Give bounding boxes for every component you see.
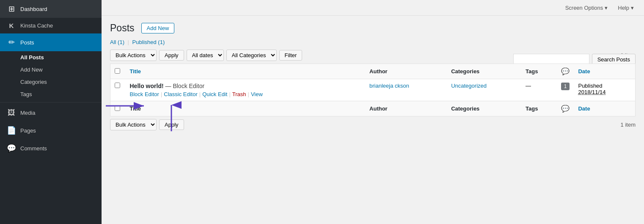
classic-editor-link[interactable]: Classic Editor xyxy=(164,91,197,97)
sidebar-item-posts[interactable]: ✏ Posts xyxy=(0,33,102,51)
dates-filter-select[interactable]: All dates xyxy=(187,50,224,61)
comments-icon: 💬 xyxy=(7,144,16,153)
post-title-suffix: — Block Editor xyxy=(165,83,205,89)
row-comments-cell: 1 xyxy=(557,79,574,101)
row-checkbox-cell xyxy=(110,79,126,101)
trash-link[interactable]: Trash xyxy=(232,91,246,97)
sidebar-item-label: Comments xyxy=(20,145,47,152)
col-checkbox xyxy=(110,64,126,79)
sidebar-sub-item-categories[interactable]: Categories xyxy=(0,76,102,88)
filter-published-link[interactable]: Published (1) xyxy=(132,39,165,45)
view-link[interactable]: View xyxy=(251,91,263,97)
block-editor-link[interactable]: Block Editor xyxy=(130,91,159,97)
filter-sep: | xyxy=(128,39,129,45)
sidebar-sub-item-all-posts[interactable]: All Posts xyxy=(0,51,102,64)
category-link[interactable]: Uncategorized xyxy=(451,83,487,89)
col-date-header[interactable]: Date xyxy=(574,64,635,79)
posts-icon: ✏ xyxy=(7,38,16,47)
post-title-container: Hello world! — Block Editor xyxy=(130,83,361,89)
add-new-button[interactable]: Add New xyxy=(141,23,175,33)
select-all-checkbox-footer[interactable] xyxy=(115,105,120,111)
sidebar-item-pages[interactable]: 📄 Pages xyxy=(0,122,102,139)
action-sep: | xyxy=(229,91,230,97)
select-all-checkbox[interactable] xyxy=(115,68,120,74)
table-row: Hello world! — Block Editor Block Editor… xyxy=(110,79,636,101)
screen-options-button[interactable]: Screen Options ▾ xyxy=(562,3,611,13)
action-sep: | xyxy=(248,91,249,97)
sidebar-item-kinsta-cache[interactable]: K Kinsta Cache xyxy=(0,18,102,33)
row-categories-cell: Uncategorized xyxy=(447,79,521,101)
row-title-cell: Hello world! — Block Editor Block Editor… xyxy=(126,79,366,101)
bottom-actions-row: Bulk Actions Apply 1 item xyxy=(110,119,636,130)
post-title-link[interactable]: Hello world! xyxy=(130,83,165,89)
col-categories-footer: Categories xyxy=(447,101,521,116)
help-button[interactable]: Help ▾ xyxy=(614,3,637,13)
bottom-bulk-actions-select[interactable]: Bulk Actions xyxy=(110,119,157,130)
action-sep: | xyxy=(199,91,201,97)
date-value: 2018/11/14 xyxy=(578,89,631,95)
bottom-apply-button[interactable]: Apply xyxy=(159,119,184,130)
divider xyxy=(0,102,102,102)
col-author-header: Author xyxy=(365,64,447,79)
pages-icon: 📄 xyxy=(7,126,16,135)
kinsta-icon: K xyxy=(7,22,16,29)
sidebar-item-dashboard[interactable]: ⊞ Dashboard xyxy=(0,0,102,18)
posts-table: Title Author Categories Tags 💬 xyxy=(110,64,636,116)
page-header: Posts Add New xyxy=(110,22,636,34)
screen-options-label: Screen Options xyxy=(565,5,603,11)
sidebar-item-label: Pages xyxy=(20,127,36,134)
row-author-cell: brianleeja ckson xyxy=(365,79,447,101)
main-content: Screen Options ▾ Help ▾ Posts Add New Se… xyxy=(102,0,644,224)
sidebar-item-label: Posts xyxy=(20,39,34,46)
sidebar-item-comments[interactable]: 💬 Comments xyxy=(0,139,102,157)
col-tags-header: Tags xyxy=(521,64,557,79)
quick-edit-link[interactable]: Quick Edit xyxy=(202,91,227,97)
categories-filter-select[interactable]: All Categories xyxy=(226,50,277,61)
table-header-row: Title Author Categories Tags 💬 xyxy=(110,64,636,79)
content-area: Posts Add New Search Posts All (1) | Pub… xyxy=(102,16,644,224)
comment-count-badge: 1 xyxy=(561,83,570,90)
col-checkbox-footer xyxy=(110,101,126,116)
sidebar-sub-label: Categories xyxy=(20,79,47,85)
col-comments-header: 💬 xyxy=(557,64,574,79)
screen-options-chevron-icon: ▾ xyxy=(605,5,608,11)
col-tags-footer: Tags xyxy=(521,101,557,116)
sidebar-sub-item-add-new[interactable]: Add New xyxy=(0,64,102,76)
sidebar: ⊞ Dashboard K Kinsta Cache ✏ Posts All P… xyxy=(0,0,102,224)
sidebar-sub-label: Tags xyxy=(20,91,32,97)
filter-links: All (1) | Published (1) xyxy=(110,39,636,45)
col-categories-header: Categories xyxy=(447,64,521,79)
help-label: Help xyxy=(618,5,629,11)
sidebar-sub-label: All Posts xyxy=(20,54,44,61)
bulk-actions-select[interactable]: Bulk Actions xyxy=(110,50,157,61)
topbar: Screen Options ▾ Help ▾ xyxy=(102,0,644,16)
col-author-footer: Author xyxy=(365,101,447,116)
post-actions: Block Editor | Classic Editor | Quick Ed… xyxy=(130,91,361,97)
sidebar-item-label: Media xyxy=(20,110,35,116)
row-date-cell: Published 2018/11/14 xyxy=(574,79,635,101)
col-date-footer[interactable]: Date xyxy=(574,101,635,116)
sidebar-item-media[interactable]: 🖼 Media xyxy=(0,104,102,122)
comment-bubble-icon: 💬 xyxy=(561,68,570,75)
table-footer-header-row: Title Author Categories Tags 💬 xyxy=(110,101,636,116)
sidebar-item-label: Dashboard xyxy=(20,6,47,12)
sidebar-sub-item-tags[interactable]: Tags xyxy=(0,88,102,100)
help-chevron-icon: ▾ xyxy=(631,5,634,11)
media-icon: 🖼 xyxy=(7,108,16,117)
bottom-item-count: 1 item xyxy=(621,122,636,128)
row-tags-cell: — xyxy=(521,79,557,101)
sidebar-item-label: Kinsta Cache xyxy=(20,22,53,29)
sidebar-sub-label: Add New xyxy=(20,66,43,73)
top-apply-button[interactable]: Apply xyxy=(159,50,184,61)
comment-bubble-icon-footer: 💬 xyxy=(561,105,570,112)
date-status: Published xyxy=(578,83,631,89)
col-title-header[interactable]: Title xyxy=(126,64,366,79)
action-sep: | xyxy=(161,91,162,97)
table-wrapper: Title Author Categories Tags 💬 xyxy=(110,64,636,116)
filter-button[interactable]: Filter xyxy=(279,50,303,61)
tags-value: — xyxy=(526,83,531,89)
row-checkbox[interactable] xyxy=(115,83,120,88)
filter-all-link[interactable]: All (1) xyxy=(110,39,126,45)
author-link[interactable]: brianleeja ckson xyxy=(369,83,409,89)
col-title-footer[interactable]: Title xyxy=(126,101,366,116)
